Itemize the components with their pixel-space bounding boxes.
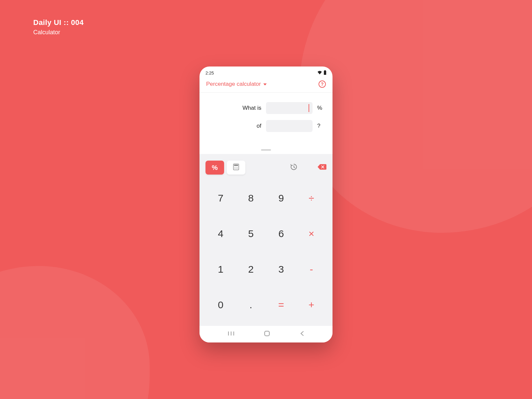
key-minus[interactable]: - — [296, 252, 327, 287]
key-4[interactable]: 4 — [205, 216, 236, 252]
drag-handle[interactable] — [261, 149, 271, 151]
key-5[interactable]: 5 — [236, 216, 266, 252]
header-subtitle: Calculator — [33, 29, 84, 36]
calculator-mode-button[interactable] — [227, 161, 245, 175]
key-9[interactable]: 9 — [266, 181, 296, 216]
key-6[interactable]: 6 — [266, 216, 296, 252]
percent-mode-button[interactable]: % — [205, 161, 224, 175]
key-multiply[interactable]: × — [296, 216, 327, 252]
whatis-label: What is — [242, 105, 261, 111]
wifi-icon — [317, 70, 322, 75]
history-icon — [290, 166, 297, 172]
key-plus[interactable]: + — [296, 287, 327, 323]
key-divide[interactable]: ÷ — [296, 181, 327, 216]
key-8[interactable]: 8 — [236, 181, 266, 216]
svg-point-7 — [234, 168, 235, 169]
svg-rect-0 — [325, 70, 326, 71]
percent-input[interactable] — [266, 102, 313, 114]
svg-point-4 — [234, 167, 235, 168]
chevron-down-icon — [263, 83, 267, 85]
help-icon: ? — [321, 81, 324, 87]
svg-point-5 — [236, 167, 236, 168]
key-equals[interactable]: = — [266, 287, 296, 323]
battery-icon — [324, 70, 327, 76]
key-7[interactable]: 7 — [205, 181, 236, 216]
status-bar: 2:25 — [200, 66, 332, 76]
key-3[interactable]: 3 — [266, 252, 296, 287]
key-dot[interactable]: . — [236, 287, 266, 323]
svg-rect-1 — [324, 70, 326, 74]
recents-button[interactable] — [228, 331, 234, 337]
value-input[interactable] — [266, 120, 313, 132]
app-bar: Percentage calculator ? — [200, 76, 332, 93]
home-button[interactable] — [264, 331, 270, 338]
form-area: What is % of ? — [200, 93, 332, 148]
mode-dropdown[interactable]: Percentage calculator — [206, 81, 267, 87]
calculator-icon — [233, 164, 239, 172]
back-button[interactable] — [300, 331, 304, 337]
page-header: Daily UI :: 004 Calculator — [33, 18, 84, 36]
svg-rect-3 — [234, 165, 238, 166]
android-navbar — [200, 326, 332, 342]
phone-frame: 2:25 Percentage calculator ? What is % o… — [200, 66, 332, 342]
app-title: Percentage calculator — [206, 81, 261, 87]
svg-point-9 — [237, 168, 238, 169]
help-button[interactable]: ? — [319, 80, 326, 88]
history-button[interactable] — [290, 163, 297, 172]
backspace-button[interactable] — [317, 164, 327, 172]
key-2[interactable]: 2 — [236, 252, 266, 287]
backspace-icon — [317, 166, 327, 171]
svg-point-6 — [237, 167, 238, 168]
status-time: 2:25 — [205, 70, 214, 75]
svg-rect-13 — [265, 331, 269, 336]
svg-point-8 — [236, 168, 236, 169]
key-0[interactable]: 0 — [205, 287, 236, 323]
percent-suffix: % — [317, 105, 323, 111]
percent-icon: % — [212, 164, 218, 172]
keypad-area: % 7 8 9 ÷ 4 5 — [200, 154, 332, 326]
question-suffix: ? — [317, 123, 323, 129]
of-label: of — [257, 123, 261, 129]
header-title: Daily UI :: 004 — [33, 18, 84, 27]
drag-handle-area — [200, 148, 332, 154]
key-1[interactable]: 1 — [205, 252, 236, 287]
